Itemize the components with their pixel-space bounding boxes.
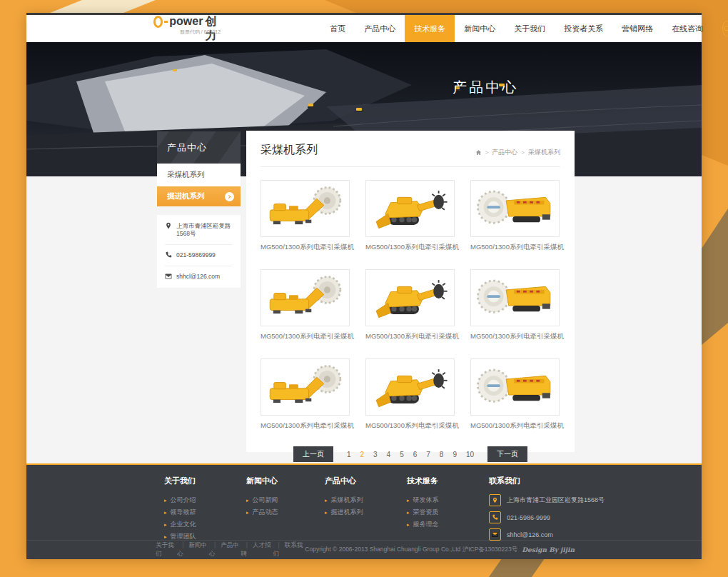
footer-link[interactable]: 服务理念 bbox=[407, 518, 489, 531]
footer-link[interactable]: 掘进机系列 bbox=[325, 506, 407, 518]
mining-machine-illustration bbox=[475, 362, 555, 412]
page-number[interactable]: 1 bbox=[344, 449, 354, 460]
mining-machine-illustration bbox=[266, 273, 345, 323]
page-number[interactable]: 10 bbox=[463, 449, 477, 460]
site-header: power 创力 股票代码 / 603012 首页产品中心技术服务新闻中心关于我… bbox=[26, 15, 702, 42]
footer-bottom-link[interactable]: 产品中心 bbox=[209, 541, 241, 558]
product-image bbox=[470, 358, 560, 416]
search-icon bbox=[723, 25, 728, 33]
sidebar-title: 产品中心 bbox=[157, 131, 241, 164]
product-card[interactable]: MG500/1300系列电牵引采煤机 bbox=[470, 269, 560, 341]
nav-item[interactable]: 在线咨询 bbox=[662, 15, 712, 42]
logo-dash bbox=[164, 21, 168, 23]
nav-item[interactable]: 关于我们 bbox=[505, 15, 555, 42]
mining-machine-illustration bbox=[266, 362, 345, 412]
footer-column-title: 产品中心 bbox=[325, 476, 407, 486]
page-number[interactable]: 2 bbox=[357, 449, 367, 460]
sidebar-menu-item[interactable]: 掘进机系列 bbox=[157, 186, 241, 206]
nav-item[interactable]: 产品中心 bbox=[355, 15, 405, 42]
email-icon bbox=[489, 528, 501, 541]
breadcrumb: 产品中心采煤机系列 bbox=[475, 148, 560, 157]
pagination: 上一页 12345678910 下一页 bbox=[261, 446, 560, 462]
footer-bottom-link[interactable]: 联系我们 bbox=[273, 541, 305, 558]
email-icon bbox=[165, 273, 172, 280]
footer-link[interactable]: 公司新闻 bbox=[246, 494, 325, 506]
footer-column-title: 关于我们 bbox=[164, 476, 246, 486]
footer-bottom-links: 关于我们新闻中心产品中心人才招聘联系我们 bbox=[156, 541, 305, 558]
footer-bottom-link[interactable]: 关于我们 bbox=[156, 541, 177, 558]
main-nav: 首页产品中心技术服务新闻中心关于我们投资者关系营销网络在线咨询 bbox=[320, 15, 712, 42]
sidebar: 产品中心 采煤机系列掘进机系列 上海市青浦区崧复路1568号021-598699… bbox=[157, 131, 241, 288]
product-caption: MG500/1300系列电牵引采煤机 bbox=[365, 243, 455, 252]
footer-contact-text: shhcl@126.com bbox=[507, 531, 553, 538]
product-card[interactable]: MG500/1300系列电牵引采煤机 bbox=[261, 269, 350, 341]
product-image bbox=[365, 269, 455, 326]
footer-link[interactable]: 采煤机系列 bbox=[325, 494, 407, 506]
sidebar-menu-label: 采煤机系列 bbox=[167, 170, 205, 179]
footer-link[interactable]: 产品动态 bbox=[246, 506, 325, 518]
product-caption: MG500/1300系列电牵引采煤机 bbox=[470, 243, 560, 252]
footer-column: 新闻中心公司新闻产品动态 bbox=[246, 476, 325, 546]
footer-column: 关于我们公司介绍领导致辞企业文化管理团队 bbox=[164, 476, 246, 546]
footer-link[interactable]: 领导致辞 bbox=[164, 506, 246, 518]
product-image bbox=[470, 269, 560, 326]
phone-icon bbox=[489, 511, 501, 523]
product-card[interactable]: MG500/1300系列电牵引采煤机 bbox=[365, 180, 455, 252]
site-footer: 关于我们公司介绍领导致辞企业文化管理团队新闻中心公司新闻产品动态产品中心采煤机系… bbox=[26, 463, 702, 559]
location-pin-icon bbox=[489, 494, 501, 506]
page-number[interactable]: 6 bbox=[410, 449, 420, 460]
breadcrumb-item[interactable]: 产品中心 bbox=[485, 148, 518, 157]
home-icon[interactable] bbox=[475, 149, 482, 156]
product-card[interactable]: MG500/1300系列电牵引采煤机 bbox=[470, 358, 560, 431]
page-number[interactable]: 8 bbox=[437, 449, 447, 460]
divider bbox=[261, 166, 560, 167]
nav-item[interactable]: 投资者关系 bbox=[555, 15, 612, 42]
nav-item[interactable]: 新闻中心 bbox=[455, 15, 505, 42]
prev-page-button[interactable]: 上一页 bbox=[293, 446, 333, 462]
page-number[interactable]: 5 bbox=[397, 449, 407, 460]
footer-link[interactable]: 荣誉资质 bbox=[407, 506, 489, 518]
nav-item[interactable]: 技术服务 bbox=[405, 15, 455, 42]
mining-machine-illustration bbox=[370, 273, 450, 323]
mining-machine-illustration bbox=[370, 362, 450, 412]
footer-bottom-link[interactable]: 新闻中心 bbox=[177, 541, 209, 558]
footer-contact-item: 上海市青浦工业园区崧复路1568号 bbox=[489, 494, 571, 506]
page-number[interactable]: 7 bbox=[423, 449, 433, 460]
contact-text: 上海市青浦区崧复路1568号 bbox=[176, 222, 233, 238]
product-card[interactable]: MG500/1300系列电牵引采煤机 bbox=[365, 269, 455, 341]
footer-link[interactable]: 企业文化 bbox=[164, 518, 246, 531]
nav-item[interactable]: 首页 bbox=[320, 15, 355, 42]
footer-column: 产品中心采煤机系列掘进机系列 bbox=[325, 476, 407, 546]
footer-link[interactable]: 公司介绍 bbox=[164, 494, 246, 506]
product-card[interactable]: MG500/1300系列电牵引采煤机 bbox=[365, 358, 455, 431]
page-number[interactable]: 4 bbox=[384, 449, 394, 460]
product-caption: MG500/1300系列电牵引采煤机 bbox=[470, 421, 560, 431]
design-credit: Design By jijin bbox=[522, 546, 575, 553]
logo[interactable]: power 创力 股票代码 / 603012 bbox=[153, 14, 221, 43]
page-number[interactable]: 3 bbox=[370, 449, 380, 460]
product-image bbox=[470, 180, 560, 237]
product-image bbox=[261, 180, 350, 237]
next-page-button[interactable]: 下一页 bbox=[487, 446, 527, 462]
product-image bbox=[365, 358, 455, 416]
banner-title: 产品中心 bbox=[453, 78, 518, 97]
sidebar-menu-label: 掘进机系列 bbox=[167, 191, 205, 201]
footer-link[interactable]: 研发体系 bbox=[407, 494, 489, 506]
logo-tagline: 股票代码 / 603012 bbox=[180, 29, 221, 36]
page-numbers: 12345678910 bbox=[344, 449, 477, 460]
product-card[interactable]: MG500/1300系列电牵引采煤机 bbox=[261, 358, 350, 431]
footer-contact-text: 021-5986-9999 bbox=[507, 514, 550, 521]
search-button[interactable] bbox=[722, 21, 728, 36]
product-card[interactable]: MG500/1300系列电牵引采煤机 bbox=[261, 180, 350, 252]
breadcrumb-item[interactable]: 采煤机系列 bbox=[521, 148, 560, 157]
nav-item[interactable]: 营销网络 bbox=[612, 15, 662, 42]
footer-contact-item: shhcl@126.com bbox=[489, 528, 571, 541]
page-number[interactable]: 9 bbox=[450, 449, 460, 460]
sidebar-contact-item: 上海市青浦区崧复路1568号 bbox=[165, 216, 233, 245]
product-caption: MG500/1300系列电牵引采煤机 bbox=[261, 332, 350, 341]
product-card[interactable]: MG500/1300系列电牵引采煤机 bbox=[470, 180, 560, 252]
sidebar-menu: 采煤机系列掘进机系列 bbox=[157, 164, 241, 206]
chevron-right-icon bbox=[225, 192, 234, 201]
footer-bottom-link[interactable]: 人才招聘 bbox=[241, 541, 273, 558]
sidebar-menu-item[interactable]: 采煤机系列 bbox=[157, 164, 241, 186]
